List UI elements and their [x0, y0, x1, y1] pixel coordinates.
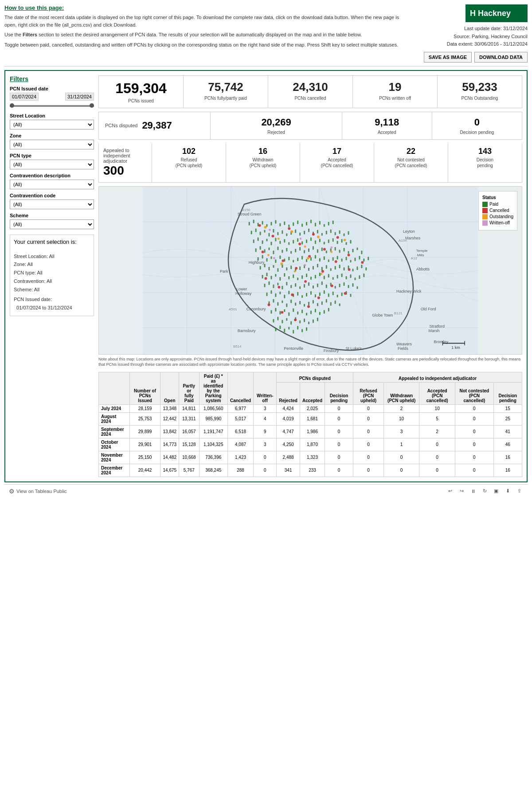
- svg-rect-168: [319, 273, 321, 276]
- col-header-cancelled: Cancelled: [227, 372, 253, 404]
- svg-rect-36: [264, 230, 266, 232]
- legend-paid[interactable]: Paid: [482, 202, 513, 207]
- svg-rect-174: [346, 276, 347, 279]
- svg-rect-62: [279, 241, 281, 244]
- svg-rect-143: [317, 264, 318, 267]
- range-thumb-right[interactable]: [90, 103, 94, 108]
- svg-rect-149: [344, 267, 345, 270]
- cell-decision-d: 0: [325, 451, 353, 464]
- pcn-type-select[interactable]: (All): [10, 160, 94, 169]
- street-location-select[interactable]: (All): [10, 120, 94, 129]
- svg-rect-33: [251, 231, 252, 234]
- refresh-icon[interactable]: ↻: [481, 487, 489, 495]
- settings-icon: ⚙: [9, 488, 15, 495]
- filters-title: Filters: [10, 75, 94, 82]
- download-icon[interactable]: ⬇: [504, 487, 512, 495]
- map-container[interactable]: Stroud Green Leyton Marshes Highbury Low…: [98, 186, 522, 355]
- legend-cancelled[interactable]: Cancelled: [482, 208, 513, 213]
- cell-refused: 0: [353, 438, 384, 451]
- cell-decision-a: 15: [493, 404, 522, 412]
- date-range-slider[interactable]: [10, 102, 94, 110]
- svg-rect-97: [335, 247, 336, 250]
- cell-month: November 2024: [99, 451, 130, 464]
- svg-rect-191: [317, 284, 318, 287]
- svg-rect-141: [308, 268, 309, 271]
- zone-select[interactable]: (All): [10, 140, 94, 149]
- svg-rect-136: [286, 267, 287, 270]
- svg-point-306: [280, 262, 283, 265]
- svg-rect-53: [339, 230, 340, 234]
- appeal-refused: 102 Refused(PCN upheld): [152, 143, 226, 182]
- svg-point-277: [336, 236, 339, 239]
- svg-rect-28: [315, 223, 316, 226]
- cell-accepted-d: 1,323: [300, 451, 325, 464]
- undo-icon[interactable]: ↩: [446, 487, 454, 495]
- map-legend: Status Paid Cancelled Outstanding: [478, 191, 517, 231]
- svg-rect-231: [313, 300, 314, 303]
- legend-title: Status: [482, 195, 513, 200]
- legend-written-off[interactable]: Written-off: [482, 220, 513, 226]
- redo-icon[interactable]: ↪: [458, 487, 466, 495]
- svg-rect-220: [350, 294, 352, 297]
- cell-accepted-a: 0: [419, 451, 455, 464]
- svg-rect-78: [350, 240, 352, 243]
- device-icon[interactable]: ▣: [492, 487, 500, 495]
- col-sub-decision-a: Decision pending: [493, 382, 522, 404]
- svg-rect-95: [326, 250, 327, 253]
- cell-not-contested: 0: [455, 404, 494, 412]
- save-as-image-button[interactable]: SAVE AS IMAGE: [424, 52, 472, 63]
- svg-point-294: [268, 303, 270, 306]
- svg-point-303: [330, 251, 332, 253]
- selection-scheme: Scheme: All: [14, 286, 90, 294]
- svg-point-275: [312, 233, 315, 235]
- cell-partly-paid: 13,311: [179, 412, 199, 425]
- cell-accepted-a: 0: [419, 464, 455, 477]
- share-icon[interactable]: ⇧: [515, 487, 523, 495]
- svg-point-314: [304, 264, 306, 266]
- page-wrapper: How to use this page: The date of the mo…: [0, 0, 532, 502]
- main-content: Filters PCN Issued date 01/07/2024 31/12…: [4, 70, 528, 482]
- svg-text:Abbotts: Abbotts: [416, 267, 430, 271]
- action-buttons: SAVE AS IMAGE DOWNLOAD DATA: [412, 52, 528, 63]
- view-on-tableau-label[interactable]: View on Tableau Public: [16, 489, 66, 494]
- svg-rect-226: [290, 299, 292, 303]
- svg-rect-204: [279, 292, 281, 294]
- contravention-code-select[interactable]: (All): [10, 200, 94, 209]
- svg-rect-57: [258, 237, 259, 241]
- range-thumb-left[interactable]: [10, 103, 14, 108]
- svg-rect-51: [330, 229, 332, 233]
- col-header-written-off: Written-off: [254, 372, 277, 404]
- legend-outstanding[interactable]: Outstanding: [482, 214, 513, 219]
- svg-text:B121: B121: [394, 311, 403, 315]
- cell-withdrawn: 0: [383, 464, 419, 477]
- cell-partly-paid: 14,811: [179, 404, 199, 412]
- svg-rect-43: [295, 229, 296, 233]
- svg-rect-107: [270, 256, 272, 259]
- svg-rect-154: [365, 267, 367, 270]
- svg-rect-37: [269, 233, 270, 236]
- description-1: The date of the most recent data update …: [4, 14, 403, 28]
- stats-row-1: 159,304 PCNs issued 75,742 PCNs fully/pa…: [98, 75, 522, 108]
- svg-rect-114: [301, 256, 303, 259]
- how-to-use-link[interactable]: How to use this page:: [4, 4, 403, 11]
- selection-pcn-type: PCN type: All: [14, 269, 90, 277]
- pause-icon[interactable]: ⏸: [469, 487, 477, 495]
- cell-withdrawn: 3: [383, 425, 419, 438]
- svg-rect-85: [282, 250, 283, 253]
- svg-rect-164: [301, 275, 303, 279]
- download-data-button[interactable]: DOWNLOAD DATA: [474, 52, 528, 63]
- contravention-desc-select[interactable]: (All): [10, 180, 94, 189]
- scheme-select[interactable]: (All): [10, 219, 94, 229]
- svg-point-291: [317, 296, 320, 299]
- svg-rect-121: [332, 257, 334, 261]
- svg-rect-234: [326, 299, 327, 302]
- svg-point-271: [258, 224, 261, 227]
- cell-decision-a: 41: [493, 425, 522, 438]
- svg-rect-91: [308, 248, 309, 252]
- svg-rect-158: [275, 274, 276, 277]
- cell-refused: 0: [353, 464, 384, 477]
- svg-rect-98: [339, 250, 340, 253]
- svg-rect-166: [310, 277, 312, 280]
- refused-number: 102: [154, 147, 224, 156]
- decision-pending-label: Decision pending: [436, 130, 518, 135]
